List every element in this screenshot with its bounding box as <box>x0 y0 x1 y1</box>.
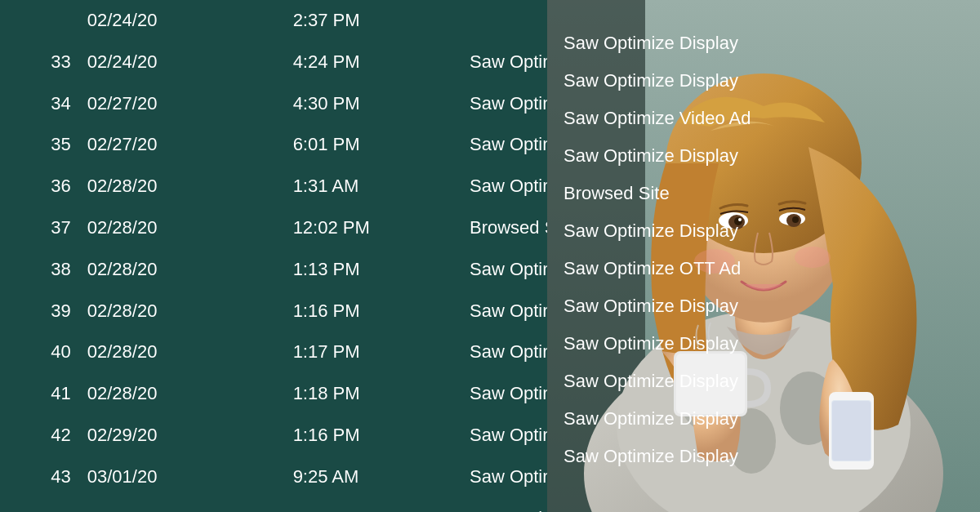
svg-point-18 <box>795 247 831 268</box>
woman-illustration <box>547 0 980 512</box>
photo-overlay: Saw Optimize DisplaySaw Optimize Display… <box>547 0 980 512</box>
row-date: 02/27/20 <box>79 124 277 166</box>
row-time: 4:30 PM <box>277 83 453 125</box>
row-number: 34 <box>0 83 79 125</box>
svg-rect-23 <box>832 401 871 461</box>
row-time: 1:16 PM <box>277 291 453 332</box>
row-number <box>0 498 79 512</box>
svg-rect-20 <box>676 354 745 414</box>
row-date: 02/27/20 <box>79 83 277 125</box>
row-date: 02/29/20 <box>79 415 277 456</box>
row-time: 1:18 PM <box>277 373 453 415</box>
row-number: 38 <box>0 249 79 291</box>
row-date: 02/28/20 <box>79 249 277 291</box>
row-time: 1:31 AM <box>277 166 453 207</box>
svg-point-16 <box>792 216 799 223</box>
row-number: 43 <box>0 456 79 498</box>
row-number: 35 <box>0 124 79 166</box>
row-date: 02/24/20 <box>79 42 277 83</box>
row-time: 2:37 PM <box>277 0 453 42</box>
row-date: 02/28/20 <box>79 207 277 249</box>
row-number: 37 <box>0 207 79 249</box>
row-time: 1:13 PM <box>277 249 453 291</box>
row-date: 02/28/20 <box>79 332 277 373</box>
svg-point-13 <box>738 218 742 221</box>
row-date: 02/28/20 <box>79 373 277 415</box>
row-date: 02/24/20 <box>79 0 277 42</box>
row-time: 9:25 AM <box>277 456 453 498</box>
row-number: 41 <box>0 373 79 415</box>
row-time: 1:16 PM <box>277 415 453 456</box>
row-number: 33 <box>0 42 79 83</box>
row-date: 02/28/20 <box>79 291 277 332</box>
row-date <box>79 498 277 512</box>
svg-point-12 <box>734 217 742 225</box>
row-date: 03/01/20 <box>79 456 277 498</box>
row-number: 39 <box>0 291 79 332</box>
row-time: 12:02 PM <box>277 207 453 249</box>
row-time: 6:01 PM <box>277 124 453 166</box>
row-time: 1:17 PM <box>277 332 453 373</box>
row-number: 36 <box>0 166 79 207</box>
row-number: 42 <box>0 415 79 456</box>
row-number <box>0 0 79 42</box>
row-time: 4:24 PM <box>277 42 453 83</box>
row-time: 12:48 PM <box>277 498 453 512</box>
row-date: 02/28/20 <box>79 166 277 207</box>
svg-point-17 <box>694 249 735 274</box>
row-number: 40 <box>0 332 79 373</box>
